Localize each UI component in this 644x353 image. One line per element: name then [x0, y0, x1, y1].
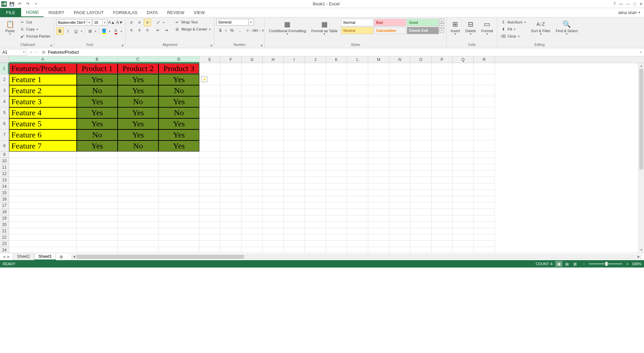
cell-O9[interactable] — [410, 152, 432, 158]
cell-N13[interactable] — [389, 177, 410, 183]
cell-B5[interactable]: Yes — [77, 107, 118, 118]
cell-B16[interactable] — [77, 196, 118, 202]
cell-H23[interactable] — [263, 241, 284, 247]
format-cells-button[interactable]: ▭Format▼ — [479, 19, 495, 36]
zoom-thumb[interactable] — [605, 262, 607, 266]
cell-O24[interactable] — [410, 247, 432, 253]
cell-L24[interactable] — [347, 247, 368, 253]
cell-P20[interactable] — [432, 222, 453, 228]
row-header-2[interactable]: 2 — [0, 74, 9, 85]
cell-F9[interactable] — [220, 152, 242, 158]
redo-button[interactable]: ↷ — [25, 1, 31, 7]
cell-Q22[interactable] — [453, 234, 474, 241]
cell-F19[interactable] — [220, 215, 242, 222]
cell-E15[interactable] — [199, 190, 220, 196]
font-size-input[interactable] — [93, 19, 102, 25]
cell-D9[interactable] — [158, 152, 199, 158]
horizontal-scrollbar[interactable]: ◀ ▶ — [71, 254, 641, 259]
cell-F20[interactable] — [220, 222, 242, 228]
wrap-text-button[interactable]: ↩Wrap Text — [173, 19, 212, 25]
cell-G21[interactable] — [242, 228, 263, 234]
cell-B7[interactable]: No — [77, 129, 118, 140]
cell-A21[interactable] — [9, 228, 77, 234]
column-header-F[interactable]: F — [220, 56, 242, 63]
cell-B24[interactable] — [77, 247, 118, 253]
cell-C17[interactable] — [118, 202, 158, 209]
cell-J24[interactable] — [305, 247, 326, 253]
cell-C14[interactable] — [118, 183, 158, 190]
cell-N4[interactable] — [389, 96, 410, 107]
cell-N18[interactable] — [389, 209, 410, 215]
cell-P21[interactable] — [432, 228, 453, 234]
cell-D5[interactable]: No — [158, 107, 199, 118]
cell-L3[interactable] — [347, 85, 368, 96]
cell-I13[interactable] — [284, 177, 305, 183]
cell-N22[interactable] — [389, 234, 410, 241]
cell-F18[interactable] — [220, 209, 242, 215]
cell-K10[interactable] — [326, 158, 347, 164]
cell-F15[interactable] — [220, 190, 242, 196]
cell-I8[interactable] — [284, 140, 305, 152]
cell-J21[interactable] — [305, 228, 326, 234]
cell-K19[interactable] — [326, 215, 347, 222]
cell-C6[interactable]: Yes — [118, 118, 158, 129]
cell-M20[interactable] — [368, 222, 389, 228]
cell-style-bad[interactable]: Bad — [374, 19, 406, 26]
formula-expand-button[interactable]: ▾ — [638, 51, 644, 54]
cell-K3[interactable] — [326, 85, 347, 96]
cell-H20[interactable] — [263, 222, 284, 228]
cut-button[interactable]: ✂Cut — [18, 19, 52, 25]
cell-R16[interactable] — [474, 196, 495, 202]
column-header-P[interactable]: P — [432, 56, 453, 63]
cell-H16[interactable] — [263, 196, 284, 202]
cell-E14[interactable] — [199, 183, 220, 190]
cell-G14[interactable] — [242, 183, 263, 190]
cell-O20[interactable] — [410, 222, 432, 228]
italic-button[interactable]: I — [64, 27, 72, 35]
cell-F23[interactable] — [220, 241, 242, 247]
cell-H18[interactable] — [263, 209, 284, 215]
cell-J18[interactable] — [305, 209, 326, 215]
cell-Q5[interactable] — [453, 107, 474, 118]
cell-B4[interactable]: Yes — [77, 96, 118, 107]
cell-R17[interactable] — [474, 202, 495, 209]
cell-O19[interactable] — [410, 215, 432, 222]
cell-N7[interactable] — [389, 129, 410, 140]
row-header-24[interactable]: 24 — [0, 247, 9, 253]
cell-E6[interactable] — [199, 118, 220, 129]
user-account[interactable]: alina shah ▼ — [615, 8, 644, 17]
qat-customize[interactable]: ▼ — [33, 1, 39, 7]
cell-L17[interactable] — [347, 202, 368, 209]
cell-I4[interactable] — [284, 96, 305, 107]
cell-N3[interactable] — [389, 85, 410, 96]
cell-O21[interactable] — [410, 228, 432, 234]
cell-A14[interactable] — [9, 183, 77, 190]
cell-M12[interactable] — [368, 171, 389, 177]
cell-N1[interactable] — [389, 63, 410, 74]
cell-Q14[interactable] — [453, 183, 474, 190]
cell-I1[interactable] — [284, 63, 305, 74]
cell-I6[interactable] — [284, 118, 305, 129]
cell-A20[interactable] — [9, 222, 77, 228]
cell-A4[interactable]: Feature 3 — [9, 96, 77, 107]
cell-R3[interactable] — [474, 85, 495, 96]
cell-G7[interactable] — [242, 129, 263, 140]
cell-I10[interactable] — [284, 158, 305, 164]
number-dialog-launcher[interactable]: ◢ — [260, 44, 262, 47]
cell-G13[interactable] — [242, 177, 263, 183]
cell-O1[interactable] — [410, 63, 432, 74]
row-header-5[interactable]: 5 — [0, 107, 9, 118]
cell-I22[interactable] — [284, 234, 305, 241]
cell-L19[interactable] — [347, 215, 368, 222]
cell-D16[interactable] — [158, 196, 199, 202]
cell-style-calculation[interactable]: Calculation — [374, 27, 406, 34]
cell-P24[interactable] — [432, 247, 453, 253]
cell-M4[interactable] — [368, 96, 389, 107]
cell-M9[interactable] — [368, 152, 389, 158]
cell-R23[interactable] — [474, 241, 495, 247]
row-header-20[interactable]: 20 — [0, 222, 9, 228]
cell-B1[interactable]: Product 1 — [77, 63, 118, 74]
row-header-9[interactable]: 9 — [0, 152, 9, 158]
cell-P18[interactable] — [432, 209, 453, 215]
cell-M5[interactable] — [368, 107, 389, 118]
